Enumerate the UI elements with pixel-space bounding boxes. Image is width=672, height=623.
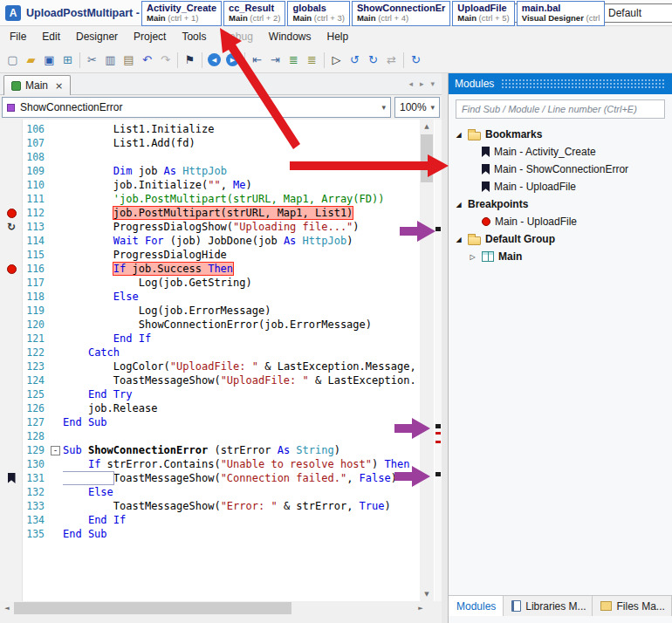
code-line-120[interactable]: 120 ShowConnectionError(job.ErrorMessage… <box>0 318 434 332</box>
sync-icon[interactable]: ⇄ <box>382 51 401 69</box>
code-line-109[interactable]: 109 Dim job As HttpJob <box>0 164 434 178</box>
code-line-121[interactable]: 121 End If <box>0 332 434 346</box>
gutter-cell[interactable] <box>0 527 23 541</box>
quick-tab-showconnectioner[interactable]: ShowConnectionErMain (ctrl + 4) <box>352 1 450 26</box>
scroll-right-icon[interactable]: ► <box>414 601 428 615</box>
code-line-124[interactable]: 124 ToastMessageShow("UploadFile: " & La… <box>0 373 434 387</box>
modules-panel-header[interactable]: Modules <box>449 73 672 94</box>
menu-item-edit[interactable]: Edit <box>34 28 68 45</box>
menu-item-windows[interactable]: Windows <box>261 28 319 45</box>
menu-item-designer[interactable]: Designer <box>68 28 126 45</box>
tree-item-main-showconnectionerror[interactable]: Main - ShowConnectionError <box>449 161 672 178</box>
quick-tab-main-bal[interactable]: main.balVisual Designer (ctrl <box>517 1 606 26</box>
code-line-128[interactable]: 128 <box>0 429 434 443</box>
gutter-cell[interactable] <box>0 359 23 373</box>
find-sub-input[interactable] <box>456 99 665 119</box>
bookmark-mark[interactable] <box>435 472 441 476</box>
breakpoint-mark[interactable] <box>435 441 441 443</box>
copy-icon[interactable]: ▥ <box>101 51 120 69</box>
gutter-cell[interactable] <box>0 415 23 429</box>
cut-icon[interactable]: ✂ <box>83 51 101 69</box>
panel-tab-modules[interactable]: Modules <box>449 596 504 616</box>
code-line-110[interactable]: 110 job.Initialize("", Me) <box>0 178 434 192</box>
menu-item-debug[interactable]: Debug <box>214 28 260 45</box>
tree-item-main-uploadfile[interactable]: Main - UploadFile <box>449 178 672 195</box>
indent-icon[interactable]: ⇥ <box>266 51 285 69</box>
navigate-back-icon[interactable]: ◀ <box>205 51 223 69</box>
code-line-134[interactable]: 134 End If <box>0 513 434 527</box>
gutter-cell[interactable] <box>0 276 23 290</box>
gutter-cell[interactable] <box>0 262 23 276</box>
tree-item-default-group[interactable]: ◢Default Group <box>449 230 672 248</box>
gutter-cell[interactable] <box>0 318 23 332</box>
gutter-cell[interactable] <box>0 206 23 220</box>
redo-icon[interactable]: ↷ <box>156 51 175 69</box>
new-file-icon[interactable]: ▢ <box>3 51 22 69</box>
code-line-125[interactable]: 125 End Try <box>0 387 434 401</box>
gutter-cell[interactable] <box>0 499 23 513</box>
open-folder-icon[interactable]: ▰ <box>22 51 40 69</box>
gutter-cell[interactable] <box>0 387 23 401</box>
menu-item-file[interactable]: File <box>2 28 34 45</box>
compile-debug-icon[interactable]: ↻ <box>364 51 382 69</box>
code-line-130[interactable]: 130 If strError.Contains("Unable to reso… <box>0 457 434 471</box>
gutter-cell[interactable] <box>0 443 23 457</box>
code-line-122[interactable]: 122 Catch <box>0 346 434 359</box>
code-line-113[interactable]: ↻113 ProgressDialogShow("Uploading file.… <box>0 220 434 234</box>
horizontal-scrollbar[interactable]: ◄ ► <box>0 601 428 615</box>
code-line-107[interactable]: 107 List1.Add(fd) <box>0 136 434 150</box>
code-line-135[interactable]: 135End Sub <box>0 527 434 541</box>
outdent-icon[interactable]: ⇤ <box>248 51 266 69</box>
comment-icon[interactable]: ≣ <box>285 51 303 69</box>
gutter-cell[interactable] <box>0 150 23 164</box>
code-editor[interactable]: 106 List1.Initialize107 List1.Add(fd)108… <box>0 120 442 601</box>
navigate-forward-icon[interactable]: ▶ <box>223 51 242 69</box>
document-tab-main[interactable]: Main × <box>3 75 71 95</box>
bookmark-icon[interactable] <box>8 473 16 483</box>
gutter-cell[interactable] <box>0 485 23 499</box>
horizontal-scrollbar-thumb[interactable] <box>14 602 291 614</box>
gutter-cell[interactable] <box>0 178 23 192</box>
gutter-cell[interactable] <box>0 513 23 527</box>
code-line-112[interactable]: 112 job.PostMultipart(strURL, Map1, List… <box>0 206 434 220</box>
gutter-cell[interactable]: ↻ <box>0 220 23 234</box>
vertical-scrollbar-thumb[interactable] <box>421 134 433 182</box>
uncomment-icon[interactable]: ≣ <box>303 51 321 69</box>
fold-collapse-icon[interactable]: - <box>51 446 60 455</box>
undo-icon[interactable]: ↶ <box>138 51 156 69</box>
code-line-126[interactable]: 126 job.Release <box>0 401 434 415</box>
gutter-cell[interactable] <box>0 457 23 471</box>
gutter-cell[interactable] <box>0 122 23 136</box>
scroll-up-icon[interactable]: ▲ <box>420 120 434 134</box>
code-line-116[interactable]: 116 If job.Success Then <box>0 262 434 276</box>
code-line-108[interactable]: 108 <box>0 150 434 164</box>
twisty-collapsed-icon[interactable]: ▷ <box>468 253 477 261</box>
code-line-127[interactable]: 127End Sub <box>0 415 434 429</box>
tab-scroll-right-icon[interactable]: ▸ <box>420 79 424 88</box>
twisty-expanded-icon[interactable]: ◢ <box>454 201 463 209</box>
tree-item-bookmarks[interactable]: ◢Bookmarks <box>449 126 672 143</box>
panel-tab-files-ma[interactable]: Files Ma... <box>593 596 672 616</box>
quick-tab-globals[interactable]: globalsMain (ctrl + 3) <box>287 1 349 26</box>
menu-item-help[interactable]: Help <box>319 28 357 45</box>
code-line-123[interactable]: 123 LogColor("UploadFile: " & LastExcept… <box>0 359 434 373</box>
twisty-expanded-icon[interactable]: ◢ <box>454 236 463 243</box>
close-icon[interactable]: × <box>55 80 63 92</box>
code-line-114[interactable]: 114 Wait For (job) JobDone(job As HttpJo… <box>0 234 434 248</box>
gutter-cell[interactable] <box>0 136 23 150</box>
gutter-cell[interactable] <box>0 192 23 206</box>
gutter-cell[interactable] <box>0 234 23 248</box>
gutter-cell[interactable] <box>0 164 23 178</box>
menu-item-tools[interactable]: Tools <box>174 28 214 45</box>
gutter-cell[interactable] <box>0 373 23 387</box>
tab-list-icon[interactable]: ▾ <box>430 79 435 88</box>
gutter-cell[interactable] <box>0 429 23 443</box>
code-line-133[interactable]: 133 ToastMessageShow("Error: " & strErro… <box>0 499 434 513</box>
breakpoint-icon[interactable] <box>7 264 17 274</box>
bookmark-toggle-icon[interactable]: ⚑ <box>181 51 199 69</box>
code-line-131[interactable]: 131 ToastMessageShow("Connection failed.… <box>0 471 434 485</box>
save-icon[interactable]: ▣ <box>40 51 58 69</box>
scroll-left-icon[interactable]: ◄ <box>0 601 14 615</box>
code-line-115[interactable]: 115 ProgressDialogHide <box>0 248 434 262</box>
breakpoint-mark[interactable] <box>435 432 441 435</box>
